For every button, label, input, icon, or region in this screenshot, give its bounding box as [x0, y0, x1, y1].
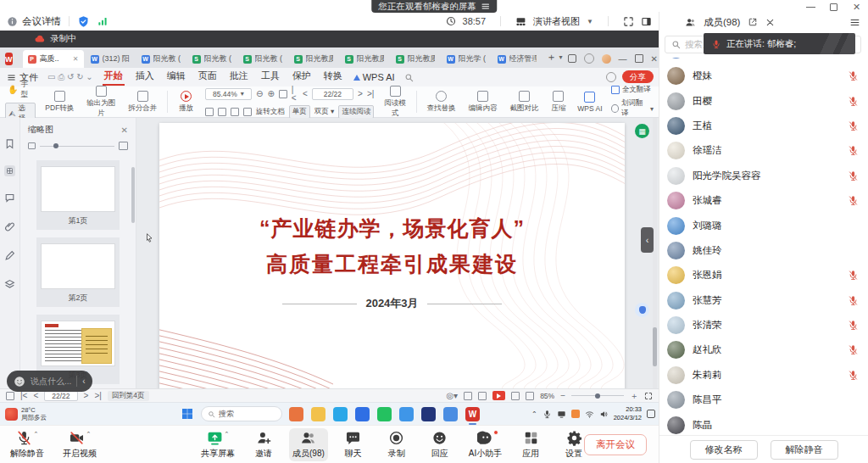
play-button[interactable]: 播放: [175, 91, 198, 114]
member-row[interactable]: 张恩娟: [659, 263, 868, 287]
first-page-icon[interactable]: |<: [292, 86, 298, 103]
word-translate-button[interactable]: 划词翻译 ▾: [611, 98, 654, 119]
menu-item-4[interactable]: 批注: [228, 69, 250, 86]
side-panel-icon[interactable]: [641, 16, 652, 27]
close-panel-icon[interactable]: [765, 18, 775, 27]
full-translate-button[interactable]: 全文翻译: [611, 85, 654, 95]
zoom-in-icon[interactable]: ⊕: [267, 90, 274, 98]
chevron-up-icon[interactable]: ⌃: [225, 431, 230, 438]
wps-logo[interactable]: W: [5, 53, 13, 65]
emoji-icon[interactable]: [14, 376, 25, 388]
fit-page-icon[interactable]: [279, 90, 287, 98]
chevron-up-icon[interactable]: ⌃: [86, 431, 92, 438]
mic-muted-icon[interactable]: [848, 344, 859, 355]
document-scrollbar[interactable]: [653, 118, 657, 388]
document-tab[interactable]: P高质..✕: [23, 50, 84, 68]
view-icon-4[interactable]: [526, 392, 534, 400]
wifi-icon[interactable]: [585, 410, 594, 419]
single-page-button[interactable]: 单页: [289, 105, 310, 119]
unmute-button[interactable]: 解除静音: [771, 440, 838, 460]
taskbar-icon-tencent-docs[interactable]: [443, 407, 458, 421]
toolbar-item-react[interactable]: 回应: [422, 428, 458, 461]
document-tab[interactable]: W阳光学 (2..: [442, 50, 491, 68]
snapshot-compare-button[interactable]: 截图对比: [507, 91, 542, 114]
split-view-icon[interactable]: [568, 54, 576, 63]
status-play-button[interactable]: [492, 391, 505, 400]
continuous-read-button[interactable]: 连续阅读: [338, 105, 374, 119]
double-page-button[interactable]: 双页 ▾: [314, 107, 335, 117]
find-replace-button[interactable]: 查找替换: [424, 91, 459, 114]
toolbar-item-invite[interactable]: 邀请: [246, 428, 281, 461]
view-icon-3[interactable]: [511, 392, 520, 400]
network-signal-icon[interactable]: [97, 15, 108, 27]
layout-lines-icon[interactable]: [481, 2, 490, 11]
assistant-float-button[interactable]: [635, 303, 649, 317]
collapse-chat-icon[interactable]: ‹: [82, 377, 85, 386]
taskbar-search[interactable]: 搜索: [201, 406, 282, 421]
status-first-page[interactable]: |<: [20, 392, 27, 400]
leave-meeting-button[interactable]: 离开会议: [584, 434, 647, 455]
toolbar-item-share[interactable]: ⌃共享屏幕: [198, 428, 238, 461]
quick-icons[interactable]: ▭ ⎙ ↺ ↻ ⌄: [47, 72, 93, 82]
prev-page-icon[interactable]: <: [303, 90, 308, 98]
toolbar-item-chat[interactable]: 聊天: [336, 428, 371, 461]
menu-item-7[interactable]: 转换: [322, 69, 344, 86]
layout-icon-1[interactable]: [205, 108, 214, 116]
popout-icon[interactable]: [748, 17, 758, 27]
split-merge-button[interactable]: 拆分合并: [125, 91, 160, 114]
compress-button[interactable]: 压缩: [548, 91, 569, 114]
view-mode-label[interactable]: 演讲者视图: [533, 15, 580, 28]
hand-sticker-icon[interactable]: [602, 54, 611, 64]
chat-quick-input[interactable]: 说点什么... ‹: [7, 371, 92, 392]
export-image-button[interactable]: 输出为图片: [84, 86, 119, 119]
view-icon-2[interactable]: [478, 392, 487, 400]
mic-muted-icon[interactable]: [848, 295, 859, 306]
menu-item-3[interactable]: 页面: [197, 69, 219, 86]
mic-muted-icon[interactable]: [848, 320, 859, 331]
taskbar-weather[interactable]: 28°C 局部多云: [0, 406, 47, 422]
ribbon-wps-ai-button[interactable]: WPS AI: [576, 92, 604, 113]
mic-muted-icon[interactable]: [848, 145, 859, 156]
member-row[interactable]: 陈晶: [659, 412, 868, 435]
document-tab[interactable]: S阳光教 (2..: [238, 50, 287, 68]
status-prev-page[interactable]: <: [33, 392, 38, 400]
zoom-out-icon[interactable]: ⊖: [256, 90, 263, 98]
menu-item-5[interactable]: 工具: [259, 69, 281, 86]
wps-close[interactable]: ✕: [651, 54, 658, 64]
status-layout-icon[interactable]: [6, 392, 14, 400]
taskbar-icon-files[interactable]: [311, 407, 326, 421]
status-next-page[interactable]: >: [84, 392, 89, 400]
meeting-details[interactable]: 会议详情: [7, 15, 61, 28]
notification-center-icon[interactable]: [647, 410, 655, 418]
taskbar-icon-wps[interactable]: W: [465, 407, 480, 421]
status-page-indicator[interactable]: 22/22: [44, 391, 77, 401]
chevron-up-icon[interactable]: ⌃: [34, 431, 39, 438]
eye-protect-icon[interactable]: [606, 72, 616, 82]
collapse-panel-handle[interactable]: ‹: [641, 227, 654, 253]
clock-date[interactable]: 20:33 2024/3/12: [614, 405, 642, 422]
menu-item-2[interactable]: 编辑: [165, 69, 187, 86]
document-tab[interactable]: S阳光教质 ..: [340, 50, 389, 68]
member-row[interactable]: 橙妹: [659, 64, 868, 88]
wps-restore[interactable]: [635, 54, 643, 63]
rename-button[interactable]: 修改名称: [690, 440, 758, 460]
edit-content-button[interactable]: 编辑内容: [465, 91, 500, 114]
close-button[interactable]: ✕: [852, 3, 861, 12]
member-row[interactable]: 田樱: [659, 88, 868, 113]
thumbnail-panel-close[interactable]: ✕: [121, 126, 128, 135]
layout-icon-2[interactable]: [218, 108, 226, 116]
mic-muted-icon[interactable]: [848, 70, 859, 81]
comment-icon[interactable]: [4, 192, 15, 204]
menu-item-0[interactable]: 开始: [103, 69, 125, 86]
search-icon[interactable]: [404, 73, 414, 82]
chevron-down-icon[interactable]: ▼: [587, 18, 593, 25]
last-page-icon[interactable]: >|: [367, 90, 374, 98]
member-row[interactable]: 张城睿: [659, 188, 868, 213]
mic-muted-icon[interactable]: [848, 96, 859, 107]
menu-item-1[interactable]: 插入: [134, 69, 156, 86]
mic-muted-icon[interactable]: [848, 120, 859, 131]
thumbnail-zoom-slider[interactable]: [20, 139, 136, 153]
signature-icon[interactable]: [4, 250, 15, 261]
wps-minimize[interactable]: —: [619, 54, 627, 64]
pdf-convert-button[interactable]: PDF转换: [42, 91, 77, 114]
